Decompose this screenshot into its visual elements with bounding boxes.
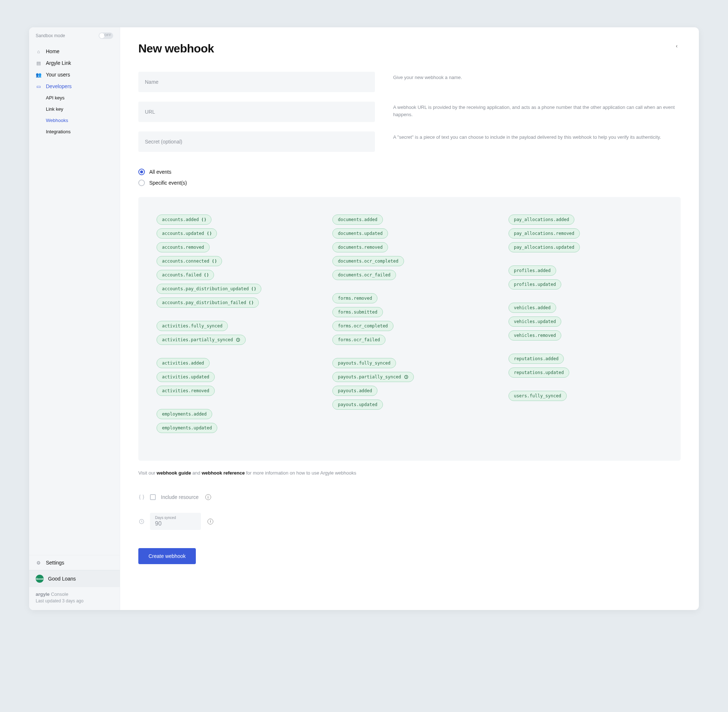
event-chip[interactable]: payouts.partially_synced bbox=[332, 372, 413, 382]
event-chip[interactable]: forms.ocr_failed bbox=[332, 335, 385, 345]
event-chip[interactable]: forms.ocr_completed bbox=[332, 321, 393, 331]
chip-label: documents.updated bbox=[338, 231, 383, 236]
chip-label: reputations.updated bbox=[514, 370, 564, 375]
event-chip[interactable]: payouts.added bbox=[332, 386, 377, 396]
event-chip[interactable]: pay_allocations.added bbox=[509, 215, 575, 225]
radio-specific-events[interactable]: Specific event(s) bbox=[138, 177, 681, 188]
event-chip[interactable]: accounts.pay_distribution_failed bbox=[157, 298, 259, 308]
event-chip[interactable]: documents.added bbox=[332, 215, 383, 225]
event-chip[interactable]: forms.submitted bbox=[332, 307, 383, 317]
info-icon[interactable]: i bbox=[207, 519, 213, 524]
secret-help: A "secret" is a piece of text you can ch… bbox=[393, 132, 681, 141]
subnav-api-keys[interactable]: API keys bbox=[46, 92, 120, 104]
chip-label: vehicles.added bbox=[514, 305, 551, 310]
name-input[interactable] bbox=[138, 72, 375, 92]
event-chip[interactable]: reputations.updated bbox=[509, 368, 569, 378]
event-chip[interactable]: accounts.pay_distribution_updated bbox=[157, 284, 261, 294]
event-chip[interactable]: vehicles.updated bbox=[509, 316, 562, 327]
event-chip[interactable]: accounts.updated bbox=[157, 228, 217, 239]
webhook-guide-link[interactable]: webhook guide bbox=[157, 470, 191, 476]
event-group-vehicles: vehicles.addedvehicles.updatedvehicles.r… bbox=[509, 303, 663, 344]
include-resource-row: Include resource i bbox=[138, 494, 681, 500]
nav-your-users[interactable]: 👥 Your users bbox=[29, 69, 120, 80]
event-chip[interactable]: documents.updated bbox=[332, 228, 388, 239]
nav-label: Argyle Link bbox=[46, 60, 71, 66]
event-chip[interactable]: pay_allocations.updated bbox=[509, 242, 580, 252]
event-chip[interactable]: documents.ocr_failed bbox=[332, 270, 396, 280]
event-chip[interactable]: users.fully_synced bbox=[509, 391, 567, 401]
users-icon: 👥 bbox=[36, 72, 41, 77]
subnav-integrations[interactable]: Integrations bbox=[46, 126, 120, 137]
braces-icon bbox=[249, 300, 253, 305]
event-chip[interactable]: profiles.updated bbox=[509, 279, 562, 289]
secret-input[interactable] bbox=[138, 132, 375, 152]
days-synced-input[interactable]: Days synced 90 bbox=[150, 513, 201, 530]
event-chip[interactable]: documents.ocr_completed bbox=[332, 256, 404, 266]
event-chip[interactable]: profiles.added bbox=[509, 266, 556, 276]
subnav-webhooks[interactable]: Webhooks bbox=[46, 115, 120, 126]
info-icon[interactable]: i bbox=[205, 494, 211, 500]
chip-label: reputations.added bbox=[514, 356, 559, 361]
event-chip[interactable]: payouts.fully_synced bbox=[332, 358, 396, 368]
app-frame: Sandbox mode OFF ⌂ Home ▤ Argyle Link 👥 … bbox=[29, 27, 699, 610]
main-content: ‹ New webhook Give your new webhook a na… bbox=[120, 27, 699, 610]
sidebar-footer: argyle Console Last updated 3 days ago bbox=[29, 587, 120, 610]
nav-argyle-link[interactable]: ▤ Argyle Link bbox=[29, 57, 120, 69]
event-chip[interactable]: accounts.failed bbox=[157, 270, 214, 280]
event-chip[interactable]: activities.updated bbox=[157, 372, 215, 382]
chip-label: activities.added bbox=[162, 360, 204, 366]
include-resource-checkbox[interactable] bbox=[150, 494, 156, 500]
chip-label: activities.updated bbox=[162, 374, 209, 380]
event-chip[interactable]: activities.added bbox=[157, 358, 210, 368]
event-chip[interactable]: employments.added bbox=[157, 409, 212, 419]
subnav-link-key[interactable]: Link key bbox=[46, 104, 120, 115]
sidebar-settings[interactable]: ⚙ Settings bbox=[29, 555, 120, 570]
events-panel: accounts.addedaccounts.updatedaccounts.r… bbox=[138, 197, 681, 461]
laptop-icon: ▭ bbox=[36, 83, 41, 89]
event-chip[interactable]: accounts.added bbox=[157, 215, 212, 225]
chip-label: accounts.connected bbox=[162, 258, 209, 264]
sandbox-toggle[interactable]: OFF bbox=[99, 33, 113, 39]
clock-icon bbox=[138, 518, 145, 525]
event-chip[interactable]: activities.removed bbox=[157, 386, 215, 396]
clock-icon bbox=[236, 338, 240, 342]
org-name: Good Loans bbox=[48, 576, 76, 581]
event-chip[interactable]: accounts.connected bbox=[157, 256, 222, 266]
braces-icon bbox=[202, 217, 206, 222]
event-chip[interactable]: activities.partially_synced bbox=[157, 335, 246, 345]
sidebar-org[interactable]: Good Good Loans bbox=[29, 570, 120, 587]
radio-label: Specific event(s) bbox=[149, 180, 187, 186]
chip-label: accounts.pay_distribution_failed bbox=[162, 300, 246, 305]
back-button[interactable]: ‹ bbox=[673, 42, 681, 50]
guide-prefix: Visit our bbox=[138, 470, 157, 476]
create-webhook-button[interactable]: Create webhook bbox=[138, 548, 196, 564]
event-chip[interactable]: pay_allocations.removed bbox=[509, 228, 580, 239]
event-chip[interactable]: accounts.removed bbox=[157, 242, 210, 252]
include-resource-label: Include resource bbox=[161, 494, 199, 500]
url-input[interactable] bbox=[138, 102, 375, 122]
nav-home[interactable]: ⌂ Home bbox=[29, 46, 120, 57]
radio-icon bbox=[138, 179, 145, 186]
radio-all-events[interactable]: All events bbox=[138, 166, 681, 177]
event-chip[interactable]: reputations.added bbox=[509, 354, 564, 364]
event-chip[interactable]: vehicles.added bbox=[509, 303, 556, 313]
event-chip[interactable]: payouts.updated bbox=[332, 399, 383, 410]
event-chip[interactable]: forms.removed bbox=[332, 293, 377, 303]
event-chip[interactable]: documents.removed bbox=[332, 242, 388, 252]
event-chip[interactable]: employments.updated bbox=[157, 423, 217, 433]
chip-label: accounts.pay_distribution_updated bbox=[162, 286, 249, 291]
event-chip[interactable]: vehicles.removed bbox=[509, 330, 562, 341]
nav-developers[interactable]: ▭ Developers bbox=[29, 80, 120, 92]
chip-label: vehicles.updated bbox=[514, 319, 556, 324]
brand-light: Console bbox=[51, 592, 68, 597]
chip-label: payouts.partially_synced bbox=[338, 374, 401, 380]
sidebar: Sandbox mode OFF ⌂ Home ▤ Argyle Link 👥 … bbox=[29, 27, 120, 610]
webhook-reference-link[interactable]: webhook reference bbox=[202, 470, 245, 476]
field-row-name: Give your new webhook a name. bbox=[138, 72, 681, 92]
events-col-2: documents.addeddocuments.updateddocument… bbox=[332, 215, 486, 446]
nav-label: Your users bbox=[46, 72, 70, 77]
chip-label: users.fully_synced bbox=[514, 393, 561, 398]
event-chip[interactable]: activities.fully_synced bbox=[157, 321, 228, 331]
chip-label: profiles.added bbox=[514, 268, 551, 273]
toggle-knob bbox=[99, 33, 105, 38]
